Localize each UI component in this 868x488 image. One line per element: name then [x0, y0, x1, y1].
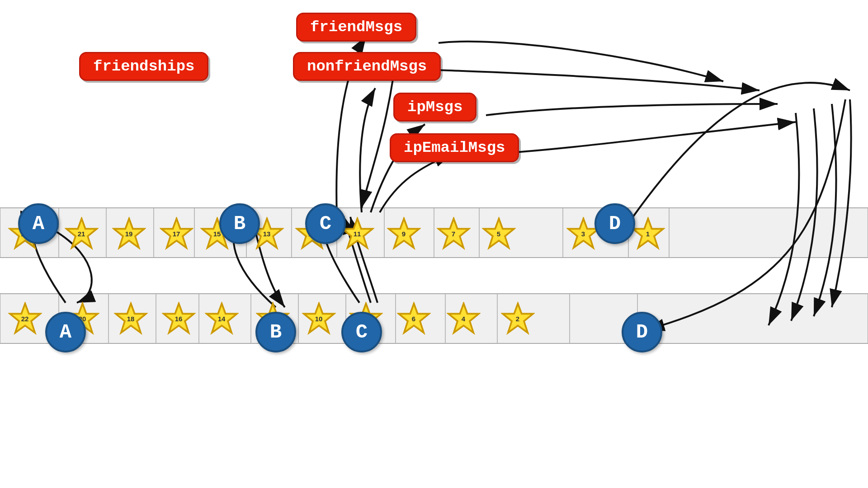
- node-b-top: B: [219, 203, 260, 244]
- star-bottom-22: 22: [5, 298, 45, 339]
- star-bottom-2: 2: [497, 298, 538, 339]
- star-bottom-4: 4: [443, 298, 484, 339]
- node-d-top: D: [594, 203, 635, 244]
- label-friendships: friendships: [79, 52, 208, 81]
- star-top-19: 19: [108, 213, 149, 254]
- star-bottom-6: 6: [393, 298, 434, 339]
- star-top-17: 17: [156, 213, 197, 254]
- star-top-21: 21: [61, 213, 102, 254]
- star-top-9: 9: [383, 213, 424, 254]
- label-ipEmailMsgs: ipEmailMsgs: [390, 133, 519, 162]
- label-nonfriendMsgs: nonfriendMsgs: [293, 52, 441, 81]
- node-c-top: C: [305, 203, 346, 244]
- star-bottom-16: 16: [158, 298, 199, 339]
- node-a-bottom: A: [45, 312, 86, 352]
- star-top-7: 7: [433, 213, 474, 254]
- label-ipMsgs: ipMsgs: [393, 93, 476, 122]
- node-a-top: A: [18, 203, 59, 244]
- star-bottom-14: 14: [201, 298, 242, 339]
- star-top-5: 5: [478, 213, 519, 254]
- star-bottom-10: 10: [298, 298, 339, 339]
- node-c-bottom: C: [341, 312, 382, 352]
- node-b-bottom: B: [255, 312, 296, 352]
- node-d-bottom: D: [622, 312, 662, 352]
- label-friendMsgs: friendMsgs: [296, 13, 416, 42]
- star-bottom-18: 18: [110, 298, 151, 339]
